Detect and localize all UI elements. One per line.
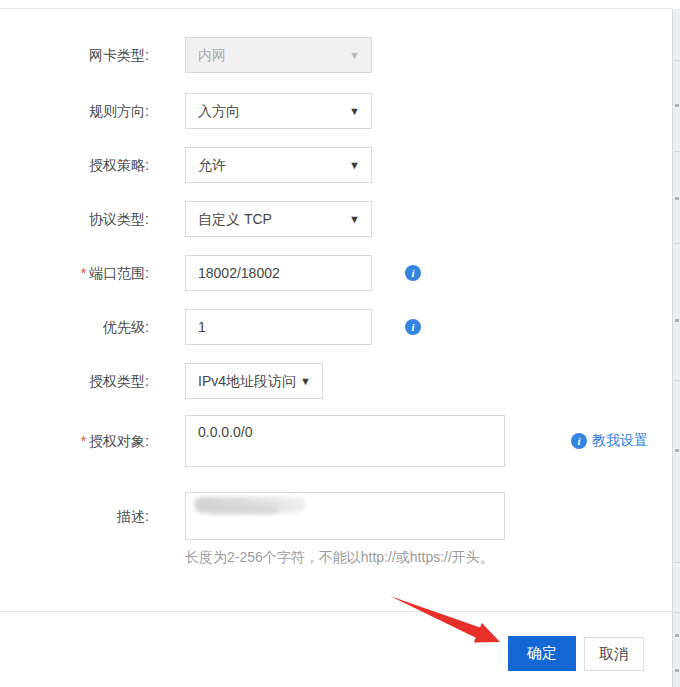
confirm-button[interactable]: 确定 — [508, 636, 576, 671]
direction-value: 入方向 — [198, 103, 240, 119]
port-range-label: *端口范围: — [0, 263, 185, 283]
nic-type-label: 网卡类型: — [0, 45, 185, 65]
security-group-rule-form: 网卡类型: 内网 ▼ 规则方向: 入方向 ▼ 授权策略: 允许 ▼ 协议类型: … — [0, 37, 672, 567]
form-row-policy: 授权策略: 允许 ▼ — [0, 147, 672, 183]
description-helper-text: 长度为2-256个字符，不能以http://或https://开头。 — [185, 549, 672, 567]
auth-object-label: *授权对象: — [0, 431, 185, 451]
form-row-auth-object: *授权对象: 0.0.0.0/0 i 教我设置 — [0, 415, 672, 467]
caret-down-icon: ▼ — [349, 94, 360, 128]
caret-down-icon: ▼ — [349, 38, 360, 72]
protocol-select[interactable]: 自定义 TCP ▼ — [185, 201, 372, 237]
info-icon[interactable]: i — [405, 265, 421, 281]
form-row-description-block: 描述: 长度为2-256个字符，不能以http://或https://开头。 — [0, 492, 672, 567]
teach-me-link-text: 教我设置 — [592, 432, 648, 450]
required-asterisk: * — [81, 433, 86, 449]
caret-down-icon: ▼ — [349, 202, 360, 236]
required-asterisk: * — [81, 265, 86, 281]
nic-type-value: 内网 — [198, 47, 226, 63]
form-row-port-range: *端口范围: i — [0, 255, 672, 291]
protocol-label: 协议类型: — [0, 209, 185, 229]
auth-type-select[interactable]: IPv4地址段访问 ▼ — [185, 363, 323, 399]
priority-label: 优先级: — [0, 317, 185, 337]
policy-label: 授权策略: — [0, 155, 185, 175]
form-row-nic-type: 网卡类型: 内网 ▼ — [0, 37, 672, 73]
policy-value: 允许 — [198, 157, 226, 173]
port-range-input[interactable] — [185, 255, 372, 291]
dialog-top-border — [0, 8, 672, 9]
auth-object-textarea[interactable]: 0.0.0.0/0 — [185, 415, 505, 467]
form-row-priority: 优先级: i — [0, 309, 672, 345]
description-textarea[interactable] — [185, 492, 505, 540]
nic-type-select: 内网 ▼ — [185, 37, 372, 73]
description-label: 描述: — [0, 506, 185, 526]
direction-label: 规则方向: — [0, 101, 185, 121]
auth-type-label: 授权类型: — [0, 371, 185, 391]
protocol-value: 自定义 TCP — [198, 211, 272, 227]
caret-down-icon: ▼ — [300, 364, 311, 398]
teach-me-link[interactable]: i 教我设置 — [571, 432, 648, 450]
cancel-button[interactable]: 取消 — [584, 637, 644, 671]
auth-type-value: IPv4地址段访问 — [198, 373, 296, 389]
form-row-description: 描述: — [0, 492, 672, 540]
description-field-wrap — [185, 492, 505, 540]
caret-down-icon: ▼ — [349, 148, 360, 182]
footer-divider — [0, 611, 672, 612]
priority-input[interactable] — [185, 309, 372, 345]
direction-select[interactable]: 入方向 ▼ — [185, 93, 372, 129]
background-page-strip — [672, 9, 680, 687]
policy-select[interactable]: 允许 ▼ — [185, 147, 372, 183]
info-icon[interactable]: i — [405, 319, 421, 335]
form-row-direction: 规则方向: 入方向 ▼ — [0, 93, 672, 129]
dialog-footer: 确定 取消 — [0, 636, 672, 671]
form-row-protocol: 协议类型: 自定义 TCP ▼ — [0, 201, 672, 237]
form-row-auth-type: 授权类型: IPv4地址段访问 ▼ — [0, 363, 672, 399]
info-icon: i — [571, 433, 587, 449]
